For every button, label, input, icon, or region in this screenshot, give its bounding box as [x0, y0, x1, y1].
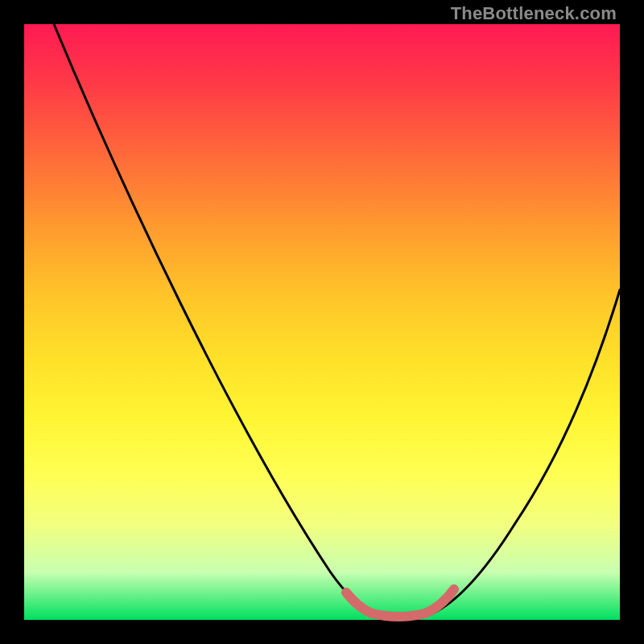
curve-layer — [24, 24, 620, 620]
watermark-text: TheBottleneck.com — [451, 3, 617, 24]
plot-frame — [24, 24, 620, 620]
optimal-band-left-path — [346, 592, 372, 613]
optimal-band-mid-path — [372, 613, 425, 617]
bottleneck-curve-path — [54, 24, 620, 620]
optimal-band-right-path — [425, 589, 454, 613]
